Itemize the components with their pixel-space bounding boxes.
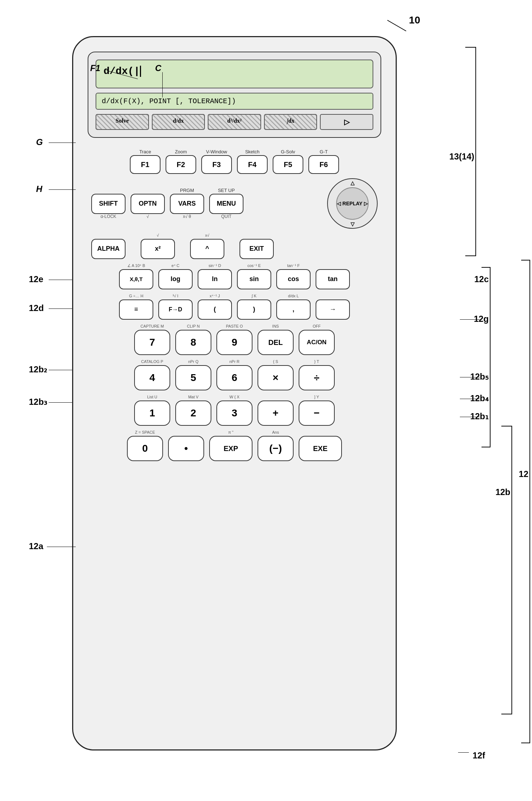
comma-button[interactable]: , [276, 299, 311, 320]
12e-line [49, 280, 72, 280]
alpha-button[interactable]: ALPHA [91, 239, 126, 259]
g-line [49, 143, 76, 143]
label-12b2: 12b₂ [29, 364, 47, 375]
softkey-solve[interactable]: Solve [96, 114, 149, 130]
divide-group: } T ÷ [299, 359, 335, 390]
ftod-button[interactable]: F→D [158, 299, 193, 320]
exe-group: EXE [299, 430, 342, 461]
12b4-line [460, 399, 480, 399]
x2-group: √ x² [141, 233, 175, 259]
del-button[interactable]: DEL [258, 330, 294, 355]
label-12e: 12e [29, 274, 43, 284]
optn-button[interactable]: OPTN [131, 194, 165, 214]
arrow-group: → [316, 294, 350, 320]
softkey-intdx[interactable]: ∫dx [264, 114, 317, 130]
tan-button[interactable]: tan [316, 269, 350, 289]
dot-button[interactable]: • [168, 436, 204, 461]
keys-area: Trace F1 Zoom F2 V-Window F3 Sketch F4 G… [88, 149, 381, 461]
key9-button[interactable]: 9 [216, 330, 252, 355]
key7-button[interactable]: 7 [134, 330, 170, 355]
key4-button[interactable]: 4 [134, 365, 170, 390]
key3-button[interactable]: 3 [216, 400, 252, 426]
closeparen-group: ∫ K ) [237, 294, 271, 320]
f4-button[interactable]: F4 [237, 155, 268, 174]
equiv-button[interactable]: ≡ [119, 299, 153, 320]
shift-group: SHIFT α-LOCK [91, 188, 126, 220]
xthetat-button[interactable]: X,θ,T [119, 269, 153, 289]
vars-button[interactable]: VARS [170, 194, 204, 214]
sin-button[interactable]: sin [237, 269, 271, 289]
f6-button[interactable]: F6 [308, 155, 339, 174]
caret-button[interactable]: ^ [190, 239, 224, 259]
label-12f: 12f [472, 750, 485, 761]
key1-button[interactable]: 1 [134, 400, 170, 426]
key6-top: nPr R [229, 359, 239, 365]
dot-group: • [168, 430, 204, 461]
vars-top: PRGM [180, 187, 194, 194]
comma-group: d/dx L , [276, 294, 311, 320]
f-key-row: Trace F1 Zoom F2 V-Window F3 Sketch F4 G… [88, 149, 381, 174]
softkey-arrow[interactable]: ▷ [320, 114, 373, 130]
f3-button[interactable]: F3 [201, 155, 232, 174]
log-group: eˣ C log [158, 263, 193, 289]
f2-top-label: Zoom [175, 149, 187, 155]
vars-bottom: x√ θ [183, 214, 191, 220]
ln-button[interactable]: ln [198, 269, 232, 289]
openparen-group: xˣ⁻¹ J ( [198, 294, 232, 320]
exp-button[interactable]: EXP [209, 436, 252, 461]
openparen-sub: xˣ⁻¹ J [210, 294, 220, 299]
menu-button[interactable]: MENU [209, 194, 243, 214]
softkey-d2dx2[interactable]: d²/dx² [208, 114, 261, 130]
frac-row: G ÷… H ≡ ³√ I F→D xˣ⁻¹ J ( ∫ K ) d/dx L [88, 294, 381, 320]
closeparen-sub: ∫ K [252, 294, 256, 299]
12b1-line [460, 417, 480, 417]
minus-button[interactable]: − [299, 400, 335, 426]
log-button[interactable]: log [158, 269, 193, 289]
f2-button[interactable]: F2 [166, 155, 196, 174]
12d-line [49, 308, 72, 309]
arrow-button[interactable]: → [316, 299, 350, 320]
shift-row: SHIFT α-LOCK OPTN √ PRGM VARS x√ θ S [88, 178, 381, 229]
f1-button[interactable]: F1 [130, 155, 161, 174]
label-f1: F1 [90, 63, 100, 73]
c-line [162, 72, 163, 97]
key0-group: Z = SPACE 0 [127, 430, 163, 461]
key6-button[interactable]: 6 [216, 365, 252, 390]
log-sub: eˣ C [171, 263, 179, 269]
comma-sub: d/dx L [288, 294, 299, 299]
f5-button[interactable]: F5 [273, 155, 303, 174]
acon-button[interactable]: AC/ON [299, 330, 335, 355]
softkey-ddx[interactable]: d/dx [152, 114, 205, 130]
key0-top: Z = SPACE [135, 430, 155, 436]
f5-top-label: G-Solv [281, 149, 295, 155]
shift-button[interactable]: SHIFT [91, 194, 126, 214]
acon-group: OFF AC/ON [299, 324, 335, 355]
multiply-button[interactable]: × [258, 365, 294, 390]
neg-button[interactable]: (−) [258, 436, 294, 461]
12b2-line [49, 370, 72, 370]
key1-group: List U 1 [134, 395, 170, 426]
key5-button[interactable]: 5 [175, 365, 211, 390]
hint-text: d/dx(F(X), POINT [, TOLERANCE]) [102, 97, 236, 105]
replay-up: △ [351, 180, 355, 186]
label-12b3: 12b₃ [29, 397, 47, 407]
plus-button[interactable]: + [258, 400, 294, 426]
key8-group: CLIP N 8 [175, 324, 211, 355]
f1-top-label: Trace [139, 149, 151, 155]
key2-button[interactable]: 2 [175, 400, 211, 426]
replay-center[interactable]: ◁ REPLAY ▷ [336, 187, 369, 220]
exe-button[interactable]: EXE [299, 436, 342, 461]
key8-button[interactable]: 8 [175, 330, 211, 355]
12b3-line [49, 402, 72, 403]
divide-button[interactable]: ÷ [299, 365, 335, 390]
key9-top: PASTE O [226, 324, 243, 330]
closeparen-button[interactable]: ) [237, 299, 271, 320]
key0-button[interactable]: 0 [127, 436, 163, 461]
bracket-1314 [465, 47, 476, 256]
cos-button[interactable]: cos [276, 269, 311, 289]
openparen-button[interactable]: ( [198, 299, 232, 320]
replay-group[interactable]: ◁ REPLAY ▷ △ ▽ [327, 178, 378, 229]
exit-button[interactable]: EXIT [239, 239, 274, 259]
f2-group: Zoom F2 [166, 149, 196, 174]
x2-button[interactable]: x² [141, 239, 175, 259]
